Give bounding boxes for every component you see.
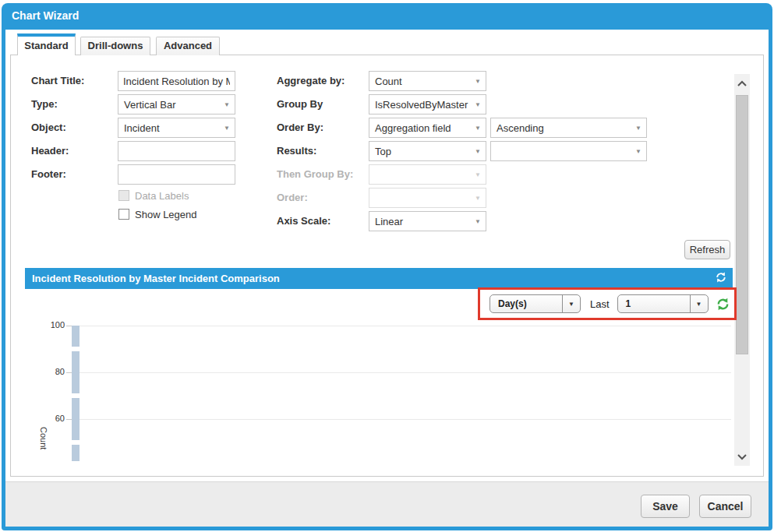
data-labels-checkbox bbox=[118, 190, 129, 201]
results-label: Results: bbox=[277, 141, 316, 161]
then-group-by-dropdown: ▼ bbox=[369, 164, 486, 185]
y-axis-title: Count bbox=[39, 427, 48, 449]
chart-preview-header: Incident Resolution by Master Incident C… bbox=[25, 268, 733, 289]
tab-standard[interactable]: Standard bbox=[17, 33, 76, 55]
order-dropdown: ▼ bbox=[369, 188, 486, 208]
order-by-dropdown[interactable]: Aggregation field ▼ bbox=[369, 118, 486, 138]
then-group-by-label: Then Group By: bbox=[277, 164, 353, 185]
tab-drill-downs[interactable]: Drill-downs bbox=[80, 37, 150, 55]
gridline bbox=[80, 326, 731, 326]
header-input[interactable] bbox=[118, 141, 235, 161]
time-range-annotation: Day(s) ▼ Last 1 ▼ bbox=[478, 287, 737, 320]
chevron-down-icon: ▼ bbox=[219, 125, 235, 132]
save-button[interactable]: Save bbox=[641, 495, 690, 518]
data-labels-checkbox-label: Data Labels bbox=[135, 191, 189, 202]
ytick-100: 100 bbox=[37, 320, 65, 329]
chevron-down-icon: ▼ bbox=[470, 125, 486, 132]
refresh-chart-icon[interactable] bbox=[709, 271, 733, 287]
chevron-down-icon: ▼ bbox=[562, 295, 580, 312]
apply-time-range-icon[interactable] bbox=[716, 297, 730, 312]
axis-scale-dropdown-value: Linear bbox=[369, 216, 470, 227]
last-label: Last bbox=[590, 298, 610, 310]
aggregate-by-dropdown-value: Count bbox=[369, 76, 470, 87]
type-dropdown-value: Vertical Bar bbox=[118, 99, 219, 111]
order-direction-dropdown-value: Ascending bbox=[491, 122, 631, 134]
chevron-down-icon: ▼ bbox=[470, 148, 486, 155]
group-by-dropdown[interactable]: IsResolvedByMaster ▼ bbox=[369, 94, 486, 115]
tab-standard-label: Standard bbox=[24, 40, 68, 51]
header-label: Header: bbox=[31, 141, 69, 161]
footer-label: Footer: bbox=[31, 164, 66, 185]
dialog-title: Chart Wizard bbox=[12, 9, 79, 22]
chevron-down-icon: ▼ bbox=[219, 101, 235, 108]
show-legend-checkbox[interactable] bbox=[118, 209, 129, 220]
refresh-button-label: Refresh bbox=[690, 244, 726, 255]
axis-scale-dropdown[interactable]: Linear ▼ bbox=[369, 211, 486, 231]
save-button-label: Save bbox=[652, 500, 678, 513]
group-by-label: Group By bbox=[277, 94, 323, 115]
chevron-down-icon: ▼ bbox=[470, 101, 486, 108]
time-amount-dropdown[interactable]: 1 ▼ bbox=[617, 294, 709, 313]
chevron-down-icon: ▼ bbox=[470, 218, 486, 225]
order-label: Order: bbox=[277, 188, 308, 208]
type-dropdown[interactable]: Vertical Bar ▼ bbox=[118, 94, 235, 115]
vertical-scrollbar[interactable] bbox=[734, 74, 750, 466]
time-unit-dropdown-value: Day(s) bbox=[490, 298, 562, 309]
ytick-mark bbox=[66, 372, 72, 373]
cancel-button[interactable]: Cancel bbox=[699, 495, 751, 518]
refresh-button[interactable]: Refresh bbox=[684, 240, 730, 259]
chevron-down-icon: ▼ bbox=[470, 195, 486, 202]
order-by-dropdown-value: Aggregation field bbox=[369, 122, 470, 134]
time-amount-dropdown-value: 1 bbox=[618, 298, 690, 309]
show-legend-checkbox-label: Show Legend bbox=[135, 210, 197, 220]
scrollbar-thumb[interactable] bbox=[736, 95, 748, 354]
tab-advanced-label: Advanced bbox=[164, 40, 212, 51]
chevron-down-icon: ▼ bbox=[690, 295, 708, 312]
footer-input[interactable] bbox=[118, 164, 235, 185]
chart-preview-title: Incident Resolution by Master Incident C… bbox=[25, 273, 709, 284]
gridline bbox=[80, 419, 731, 420]
ytick-80: 80 bbox=[37, 367, 65, 376]
results-dropdown-value: Top bbox=[369, 146, 470, 157]
aggregate-by-dropdown[interactable]: Count ▼ bbox=[369, 71, 486, 91]
screen: Chart Wizard Standard Drill-downs Advanc… bbox=[0, 0, 774, 532]
gridline bbox=[80, 372, 731, 373]
chevron-down-icon: ▼ bbox=[470, 171, 486, 178]
chevron-down-icon: ▼ bbox=[470, 78, 486, 85]
tab-advanced[interactable]: Advanced bbox=[156, 37, 220, 55]
scroll-down-icon[interactable] bbox=[734, 449, 750, 464]
scroll-up-icon[interactable] bbox=[734, 76, 750, 91]
ytick-mark bbox=[66, 326, 72, 326]
chevron-down-icon: ▼ bbox=[631, 148, 646, 155]
type-label: Type: bbox=[31, 94, 58, 115]
chart-wizard-dialog: Chart Wizard Standard Drill-downs Advanc… bbox=[2, 3, 772, 530]
chart-title-label: Chart Title: bbox=[31, 71, 84, 91]
object-dropdown-value: Incident bbox=[118, 122, 219, 134]
object-dropdown[interactable]: Incident ▼ bbox=[118, 118, 235, 138]
results-count-dropdown[interactable]: ▼ bbox=[490, 141, 647, 161]
object-label: Object: bbox=[31, 118, 66, 138]
ytick-60: 60 bbox=[37, 414, 65, 423]
chart-title-input[interactable] bbox=[118, 71, 235, 91]
order-direction-dropdown[interactable]: Ascending ▼ bbox=[490, 118, 647, 138]
results-dropdown[interactable]: Top ▼ bbox=[369, 141, 486, 161]
y-axis-band bbox=[72, 326, 80, 461]
cancel-button-label: Cancel bbox=[708, 500, 744, 513]
aggregate-by-label: Aggregate by: bbox=[277, 71, 345, 91]
chevron-down-icon: ▼ bbox=[631, 125, 646, 132]
tab-drill-downs-label: Drill-downs bbox=[88, 40, 143, 51]
time-unit-dropdown[interactable]: Day(s) ▼ bbox=[489, 294, 581, 313]
ytick-mark bbox=[66, 419, 72, 420]
dialog-body: Standard Drill-downs Advanced Chart Titl… bbox=[5, 30, 769, 527]
order-by-label: Order By: bbox=[277, 118, 323, 138]
axis-scale-label: Axis Scale: bbox=[277, 211, 330, 231]
group-by-dropdown-value: IsResolvedByMaster bbox=[369, 99, 470, 111]
